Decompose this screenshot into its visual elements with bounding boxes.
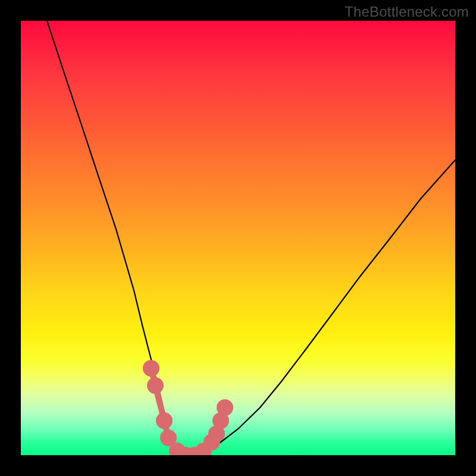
bottleneck-curve (47, 21, 455, 455)
svg-point-9 (211, 428, 222, 439)
svg-point-0 (146, 363, 156, 374)
svg-point-1 (150, 380, 161, 391)
svg-point-2 (159, 415, 170, 426)
svg-point-11 (220, 402, 230, 413)
svg-point-10 (215, 415, 226, 426)
curve-layer (21, 21, 455, 455)
chart-frame: TheBottleneck.com (0, 0, 476, 476)
watermark-text: TheBottleneck.com (345, 4, 469, 20)
plot-area (21, 21, 455, 455)
svg-point-3 (163, 433, 174, 443)
highlighted-points (146, 363, 230, 455)
